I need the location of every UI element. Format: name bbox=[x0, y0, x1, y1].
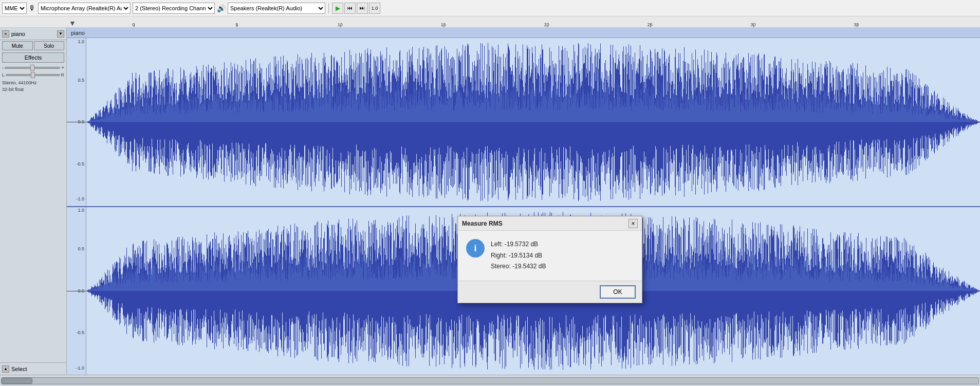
transport-controls: ▶ ⏮ ⏭ 1.0 bbox=[332, 3, 380, 14]
info-icon: i bbox=[466, 239, 485, 258]
effects-button[interactable]: Effects bbox=[2, 52, 64, 63]
pan-slider-row: L R bbox=[0, 71, 66, 79]
gain-slider-row: - + bbox=[0, 64, 66, 71]
ruler: ▼ 0 5 10 15 20 25 30 35 bbox=[0, 16, 980, 28]
track-name-label: piano bbox=[9, 31, 57, 37]
mute-solo-row: Mute Solo bbox=[0, 40, 66, 51]
ruler-mark-15: 15 bbox=[441, 22, 446, 27]
dialog-rms-text: Left: -19.5732 dB Right: -19.5134 dB Ste… bbox=[491, 239, 546, 272]
audio-host-select[interactable]: MME bbox=[2, 3, 27, 14]
top-y-1.0: 1.0 bbox=[78, 39, 84, 44]
top-waveform-canvas bbox=[86, 38, 980, 206]
track-dropdown-button[interactable]: ▼ bbox=[57, 30, 64, 38]
skip-back-button[interactable]: ⏮ bbox=[344, 3, 356, 14]
channels-select[interactable]: 2 (Stereo) Recording Chann bbox=[133, 3, 215, 14]
track-header: × piano ▼ bbox=[0, 28, 66, 40]
scrollbar-thumb[interactable] bbox=[2, 378, 32, 384]
track-controls-bottom: ▲ Select bbox=[0, 362, 66, 375]
measure-rms-dialog[interactable]: Measure RMS × i Left: -19.5732 dB Right:… bbox=[457, 216, 642, 303]
dialog-footer: OK bbox=[458, 281, 642, 303]
output-select[interactable]: Speakers (Realtek(R) Audio) bbox=[228, 3, 325, 14]
track-info-line1: Stereo, 44100Hz bbox=[2, 80, 64, 86]
bottom-y-neg0.5: -0.5 bbox=[76, 330, 84, 335]
track-info: Stereo, 44100Hz 32-bit float bbox=[0, 79, 66, 94]
main-area: × piano ▼ Mute Solo Effects - + L R Ster… bbox=[0, 28, 980, 375]
ok-button[interactable]: OK bbox=[600, 285, 636, 299]
gain-slider-thumb[interactable] bbox=[30, 65, 34, 71]
dialog-titlebar: Measure RMS × bbox=[458, 216, 642, 231]
bottom-y-axis: 1.0 0.5 0.0 -0.5 -1.0 bbox=[67, 207, 86, 375]
gain-slider[interactable] bbox=[5, 67, 60, 69]
ruler-inner: 0 5 10 15 20 25 30 35 bbox=[134, 16, 980, 27]
top-y-axis: 1.0 0.5 0.0 -0.5 -1.0 bbox=[67, 38, 86, 206]
track-info-line2: 32-bit float bbox=[2, 86, 64, 93]
top-zero-line bbox=[67, 122, 86, 122]
microphone-icon: 🎙 bbox=[29, 4, 36, 12]
top-y-0.5: 0.5 bbox=[78, 78, 84, 83]
track-label-bar: piano bbox=[67, 28, 980, 38]
left-rms-value: Left: -19.5732 dB bbox=[491, 239, 546, 250]
skip-forward-button[interactable]: ⏭ bbox=[357, 3, 368, 14]
top-y-neg1.0: -1.0 bbox=[76, 196, 84, 201]
collapse-button[interactable]: ▲ bbox=[2, 365, 9, 373]
bottom-y-neg1.0: -1.0 bbox=[76, 365, 84, 371]
pan-slider-thumb[interactable] bbox=[31, 72, 35, 78]
ruler-mark-20: 20 bbox=[544, 22, 549, 27]
microphone-select[interactable]: Microphone Array (Realtek(R) Au bbox=[38, 3, 131, 14]
top-waveform-canvas-area bbox=[86, 38, 980, 206]
dialog-close-button[interactable]: × bbox=[628, 219, 638, 228]
toolbar: MME 🎙 Microphone Array (Realtek(R) Au 2 … bbox=[0, 0, 980, 16]
gain-plus-label: + bbox=[61, 65, 64, 70]
pan-left-label: L bbox=[2, 72, 5, 78]
speaker-icon: 🔊 bbox=[217, 4, 226, 12]
bottom-y-0.5: 0.5 bbox=[78, 246, 84, 251]
right-rms-value: Right: -19.5134 dB bbox=[491, 250, 546, 262]
dialog-body: i Left: -19.5732 dB Right: -19.5134 dB S… bbox=[458, 231, 642, 281]
pan-slider[interactable] bbox=[6, 74, 60, 76]
track-label: piano bbox=[71, 30, 85, 36]
pan-right-label: R bbox=[61, 72, 65, 78]
ruler-mark-10: 10 bbox=[338, 22, 343, 27]
separator bbox=[328, 3, 329, 13]
ruler-mark-5: 5 bbox=[235, 22, 238, 27]
ruler-mark-0: 0 bbox=[132, 22, 135, 27]
ruler-arrow-icon: ▼ bbox=[69, 19, 76, 27]
track-panel: × piano ▼ Mute Solo Effects - + L R Ster… bbox=[0, 28, 67, 375]
horizontal-scrollbar[interactable] bbox=[0, 375, 980, 386]
ruler-mark-35: 35 bbox=[854, 22, 859, 27]
top-waveform-row: 1.0 0.5 0.0 -0.5 -1.0 bbox=[67, 38, 980, 207]
select-label: Select bbox=[9, 366, 29, 372]
play-button[interactable]: ▶ bbox=[332, 3, 343, 14]
ruler-mark-25: 25 bbox=[648, 22, 653, 27]
solo-button[interactable]: Solo bbox=[34, 41, 65, 50]
mute-button[interactable]: Mute bbox=[2, 41, 33, 50]
speed-button[interactable]: 1.0 bbox=[369, 3, 380, 14]
bottom-zero-line bbox=[67, 291, 86, 291]
top-y-neg0.5: -0.5 bbox=[76, 161, 84, 167]
bottom-y-1.0: 1.0 bbox=[78, 208, 84, 213]
stereo-rms-value: Stereo: -19.5432 dB bbox=[491, 261, 546, 272]
waveform-area: piano 1.0 0.5 0.0 -0.5 -1.0 1.0 0.5 0.0 … bbox=[67, 28, 980, 375]
scrollbar-track[interactable] bbox=[1, 377, 979, 384]
dialog-title: Measure RMS bbox=[462, 220, 503, 227]
ruler-mark-30: 30 bbox=[751, 22, 756, 27]
track-close-button[interactable]: × bbox=[2, 30, 9, 38]
gain-minus-label: - bbox=[2, 65, 4, 70]
